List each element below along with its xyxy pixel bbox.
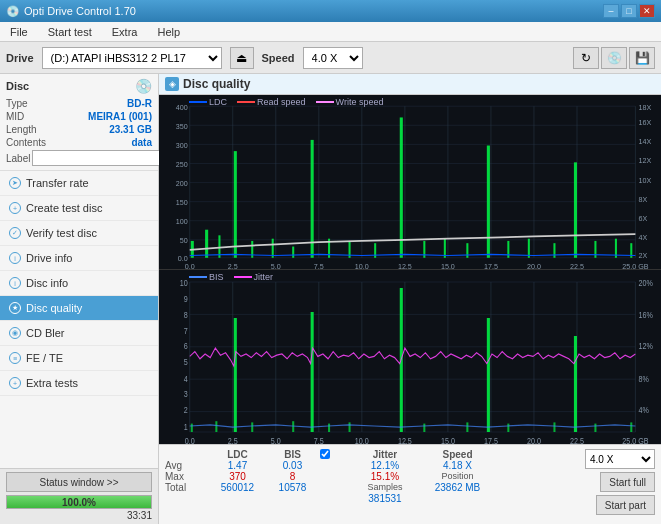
disc-contents-value: data — [131, 137, 152, 148]
progress-bar: 100.0% — [6, 495, 152, 509]
svg-text:22.5: 22.5 — [570, 262, 584, 269]
refresh-button[interactable]: ↻ — [573, 47, 599, 69]
menu-start-test[interactable]: Start test — [42, 24, 98, 40]
toolbar: Drive (D:) ATAPI iHBS312 2 PL17 ⏏ Speed … — [0, 42, 661, 74]
svg-rect-103 — [466, 422, 468, 432]
read-speed-legend-label: Read speed — [257, 97, 306, 107]
stats-avg-label: Avg — [165, 460, 210, 471]
jitter-checkbox[interactable] — [320, 449, 330, 459]
sidebar-item-label: Create test disc — [26, 202, 102, 214]
drive-select[interactable]: (D:) ATAPI iHBS312 2 PL17 — [42, 47, 222, 69]
menu-file[interactable]: File — [4, 24, 34, 40]
svg-text:18X: 18X — [638, 102, 651, 111]
ldc-legend-label: LDC — [209, 97, 227, 107]
eject-button[interactable]: ⏏ — [230, 47, 254, 69]
svg-rect-40 — [574, 162, 577, 257]
sidebar-item-create-test-disc[interactable]: + Create test disc — [0, 196, 158, 221]
chart-title: Disc quality — [183, 77, 250, 91]
create-test-disc-icon: + — [8, 201, 22, 215]
stats-max-bis: 8 — [265, 471, 320, 482]
maximize-button[interactable]: □ — [621, 4, 637, 18]
svg-rect-91 — [234, 318, 237, 432]
stats-table: LDC BIS Jitter Speed Avg 1.47 — [165, 449, 581, 504]
disc-mid-value: MEIRA1 (001) — [88, 111, 152, 122]
start-part-button[interactable]: Start part — [596, 495, 655, 515]
svg-text:20.0: 20.0 — [527, 262, 541, 269]
speed-dropdown[interactable]: 4.0 X — [585, 449, 655, 469]
stats-max-jitter: 15.1% — [350, 471, 420, 482]
sidebar-item-cd-bler[interactable]: ◉ CD Bler — [0, 321, 158, 346]
svg-text:9: 9 — [184, 295, 188, 305]
legend-bis: BIS — [189, 272, 224, 282]
speed-label: Speed — [262, 52, 295, 64]
svg-text:2X: 2X — [638, 250, 647, 259]
svg-text:16%: 16% — [638, 310, 652, 320]
speed-select[interactable]: 4.0 X — [303, 47, 363, 69]
svg-text:6: 6 — [184, 342, 188, 352]
svg-rect-92 — [311, 312, 314, 432]
disc-mid-row: MID MEIRA1 (001) — [6, 111, 152, 122]
svg-text:7: 7 — [184, 326, 188, 336]
stats-max-label: Max — [165, 471, 210, 482]
sidebar-item-disc-info[interactable]: i Disc info — [0, 271, 158, 296]
app-title: Opti Drive Control 1.70 — [24, 5, 136, 17]
sidebar-item-extra-tests[interactable]: + Extra tests — [0, 371, 158, 396]
svg-text:12X: 12X — [638, 156, 651, 165]
menu-help[interactable]: Help — [151, 24, 186, 40]
svg-text:12.5: 12.5 — [398, 436, 413, 444]
status-bar: Status window >> 100.0% 33:31 — [0, 468, 158, 524]
stats-col-jitter-label: Jitter — [350, 449, 420, 460]
disc-mid-label: MID — [6, 111, 24, 122]
bis-legend-color — [189, 276, 207, 278]
svg-text:15.0: 15.0 — [441, 262, 455, 269]
titlebar: 💿 Opti Drive Control 1.70 – □ ✕ — [0, 0, 661, 22]
svg-text:17.5: 17.5 — [484, 436, 499, 444]
svg-text:0.0: 0.0 — [185, 262, 195, 269]
disc-type-row: Type BD-R — [6, 98, 152, 109]
save-button[interactable]: 💾 — [629, 47, 655, 69]
disc-length-row: Length 23.31 GB — [6, 124, 152, 135]
svg-rect-36 — [487, 146, 490, 258]
svg-text:250: 250 — [176, 160, 188, 169]
disc-label-input[interactable] — [32, 150, 165, 166]
svg-rect-105 — [553, 422, 555, 432]
bottom-chart-legend: BIS Jitter — [189, 272, 273, 282]
read-speed-legend-color — [237, 101, 255, 103]
disc-label-row: Label ⚙ — [6, 150, 152, 166]
sidebar-item-fe-te[interactable]: ≡ FE / TE — [0, 346, 158, 371]
svg-rect-101 — [349, 422, 351, 432]
svg-text:100: 100 — [176, 217, 188, 226]
stats-right: 4.0 X Start full Start part — [585, 449, 655, 515]
sidebar-item-transfer-rate[interactable]: ➤ Transfer rate — [0, 171, 158, 196]
svg-text:150: 150 — [176, 198, 188, 207]
disc-icon: 💿 — [135, 78, 152, 94]
sidebar-item-disc-quality[interactable]: ★ Disc quality — [0, 296, 158, 321]
start-full-button[interactable]: Start full — [600, 472, 655, 492]
disc-button[interactable]: 💿 — [601, 47, 627, 69]
close-button[interactable]: ✕ — [639, 4, 655, 18]
sidebar-item-label: Drive info — [26, 252, 72, 264]
menu-extra[interactable]: Extra — [106, 24, 144, 40]
svg-rect-96 — [191, 424, 193, 432]
top-chart-legend: LDC Read speed Write speed — [189, 97, 383, 107]
chart-header: ◈ Disc quality — [159, 74, 661, 95]
svg-rect-106 — [594, 424, 596, 432]
write-speed-legend-color — [316, 101, 334, 103]
stats-total-label: Total — [165, 482, 210, 493]
sidebar-item-verify-test-disc[interactable]: ✓ Verify test disc — [0, 221, 158, 246]
svg-rect-95 — [574, 336, 577, 432]
svg-rect-22 — [205, 230, 208, 258]
minimize-button[interactable]: – — [603, 4, 619, 18]
sidebar-item-label: Disc quality — [26, 302, 82, 314]
svg-text:2.5: 2.5 — [228, 436, 239, 444]
bis-legend-label: BIS — [209, 272, 224, 282]
sidebar-item-drive-info[interactable]: i Drive info — [0, 246, 158, 271]
jitter-checkbox-label — [320, 449, 350, 459]
status-window-button[interactable]: Status window >> — [6, 472, 152, 492]
svg-text:1: 1 — [184, 422, 188, 432]
svg-text:5.0: 5.0 — [271, 262, 281, 269]
ldc-legend-color — [189, 101, 207, 103]
svg-rect-28 — [311, 140, 314, 258]
verify-test-disc-icon: ✓ — [8, 226, 22, 240]
main-area: Disc 💿 Type BD-R MID MEIRA1 (001) Length… — [0, 74, 661, 524]
